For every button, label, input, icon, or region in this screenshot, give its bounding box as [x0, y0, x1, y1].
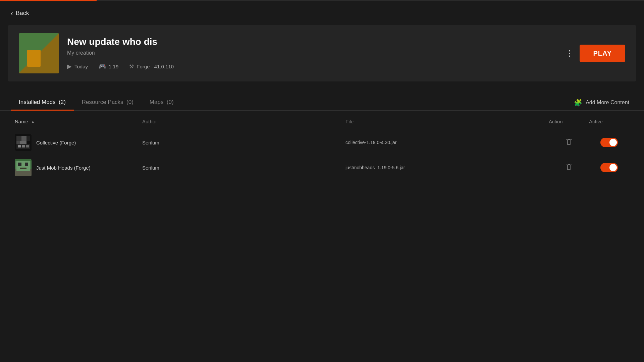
header-file: File [345, 119, 549, 124]
back-button[interactable]: ‹ Back [0, 1, 644, 25]
progress-fill [0, 0, 97, 1]
more-options-button[interactable] [566, 47, 573, 59]
active-mobheads [589, 163, 629, 172]
delete-button-mobheads[interactable] [564, 161, 574, 174]
mod-name-cell-collective: Collective (Forge) [15, 134, 142, 151]
controller-icon: 🎮 [99, 63, 106, 70]
tabs-list: Installed Mods (2) Resource Packs (0) Ma… [11, 95, 570, 110]
profile-title: New update who dis [67, 37, 625, 47]
table-row: Just Mob Heads (Forge) Serilum justmobhe… [8, 155, 636, 180]
svg-rect-5 [20, 141, 26, 144]
svg-rect-7 [18, 145, 21, 147]
author-mobheads: Serilum [142, 165, 345, 171]
mod-name-link-mobheads[interactable]: Just Mob Heads (Forge) [36, 165, 91, 171]
table-section: Name ▲ Author File Action Active [8, 113, 636, 180]
header-active: Active [589, 119, 629, 124]
svg-rect-1 [16, 136, 21, 141]
play-date-value: Today [74, 64, 88, 69]
svg-rect-2 [21, 136, 26, 141]
toggle-thumb-mobheads [609, 164, 617, 171]
header-name[interactable]: Name ▲ [15, 119, 142, 124]
toggle-mobheads[interactable] [600, 163, 618, 172]
mod-thumbnail-collective [15, 134, 32, 151]
play-date-meta: ▶ Today [67, 63, 88, 70]
table-header: Name ▲ Author File Action Active [8, 113, 636, 130]
add-content-button[interactable]: 🧩 Add More Content [570, 96, 633, 109]
table-row: Collective (Forge) Serilum collective-1.… [8, 130, 636, 155]
back-label: Back [16, 10, 29, 17]
toggle-collective[interactable] [600, 138, 618, 147]
dot-2 [569, 53, 570, 54]
loader-value: Forge - 41.0.110 [137, 64, 174, 69]
mod-name-cell-mobheads: Just Mob Heads (Forge) [15, 159, 142, 176]
header-author: Author [142, 119, 345, 124]
play-icon: ▶ [67, 63, 72, 70]
version-meta: 🎮 1.19 [99, 63, 118, 70]
mod-name-link-collective[interactable]: Collective (Forge) [36, 140, 76, 145]
svg-rect-4 [16, 141, 20, 144]
profile-image [19, 33, 59, 73]
top-progress-bar [0, 0, 644, 1]
sort-arrow-icon: ▲ [31, 119, 35, 124]
delete-button-collective[interactable] [564, 136, 574, 149]
profile-actions: Play [566, 45, 625, 62]
file-collective: collective-1.19.0-4.30.jar [345, 140, 549, 145]
svg-rect-13 [18, 163, 21, 166]
header-action: Action [549, 119, 589, 124]
svg-rect-16 [15, 159, 32, 161]
tabs-section: Installed Mods (2) Resource Packs (0) Ma… [0, 87, 644, 111]
loader-meta: ⚒ Forge - 41.0.110 [129, 63, 174, 70]
active-collective [589, 138, 629, 147]
version-value: 1.19 [109, 64, 118, 69]
action-mobheads [549, 161, 589, 174]
svg-rect-15 [20, 168, 26, 169]
puzzle-icon: 🧩 [574, 99, 582, 107]
dot-3 [569, 55, 570, 57]
mod-thumbnail-mobheads [15, 159, 32, 176]
profile-card: New update who dis My creation ▶ Today 🎮… [8, 25, 636, 81]
tab-maps[interactable]: Maps (0) [142, 95, 182, 111]
svg-rect-14 [25, 163, 28, 166]
forge-icon: ⚒ [129, 63, 134, 70]
dot-1 [569, 50, 570, 51]
svg-rect-8 [22, 145, 25, 147]
svg-rect-3 [26, 136, 30, 141]
file-mobheads: justmobheads_1.19.0-5.6.jar [345, 165, 549, 170]
minecraft-thumbnail [19, 33, 59, 73]
profile-info: New update who dis My creation ▶ Today 🎮… [67, 37, 625, 70]
action-collective [549, 136, 589, 149]
tab-resource-packs[interactable]: Resource Packs (0) [74, 95, 142, 111]
profile-subtitle: My creation [67, 50, 625, 56]
author-collective: Serilum [142, 140, 345, 145]
tab-installed-mods[interactable]: Installed Mods (2) [11, 95, 74, 111]
play-button[interactable]: Play [580, 45, 625, 62]
add-content-label: Add More Content [586, 100, 629, 106]
svg-rect-9 [26, 145, 29, 147]
profile-meta: ▶ Today 🎮 1.19 ⚒ Forge - 41.0.110 [67, 63, 625, 70]
toggle-thumb-collective [609, 139, 617, 146]
back-arrow-icon: ‹ [11, 9, 13, 17]
